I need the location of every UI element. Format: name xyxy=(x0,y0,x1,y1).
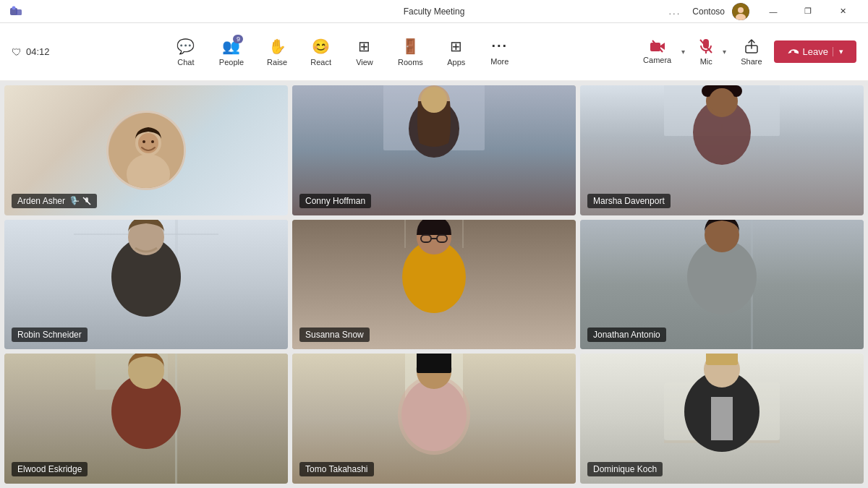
participant-name-text: Robin Schneider xyxy=(17,330,82,340)
view-button[interactable]: ⊞ View xyxy=(344,33,385,71)
meeting-timer: 04:12 xyxy=(26,46,50,57)
video-tile-robin-schneider[interactable]: Robin Schneider xyxy=(4,220,288,350)
more-button[interactable]: ··· More xyxy=(480,33,520,70)
meeting-title: Faculty Meeting xyxy=(404,7,465,17)
shield-icon: 🛡 xyxy=(12,46,22,58)
video-tile-tomo-takahashi[interactable]: Tomo Takahashi xyxy=(292,354,576,484)
participant-silhouette xyxy=(74,354,218,484)
svg-point-25 xyxy=(421,87,447,113)
rooms-button[interactable]: 🚪 Rooms xyxy=(388,33,433,71)
participant-name-text: Susanna Snow xyxy=(305,330,364,340)
participant-name-text: Arden Asher xyxy=(17,196,65,206)
leave-label: Leave xyxy=(803,46,828,57)
svg-point-33 xyxy=(709,88,735,114)
maximize-btn[interactable]: ❐ xyxy=(791,0,825,23)
apps-label: Apps xyxy=(447,58,465,67)
svg-point-2 xyxy=(12,6,16,9)
participant-name-label: Elwood Eskridge xyxy=(12,462,88,476)
toolbar-right: Camera ▾ Mic ▾ Share xyxy=(636,34,856,70)
participant-silhouette xyxy=(650,354,794,484)
participant-name-label: Susanna Snow xyxy=(299,328,370,342)
mic-muted-icon xyxy=(82,197,91,205)
rooms-label: Rooms xyxy=(398,58,423,67)
user-avatar[interactable] xyxy=(732,3,749,20)
toolbar-center: 💬 Chat 👥 9 People ✋ Raise 😊 React ⊞ View xyxy=(166,33,520,71)
participant-name-text: Conny Hoffman xyxy=(305,196,365,206)
mic-chevron-button[interactable]: ▾ xyxy=(720,43,729,60)
video-tile-arden-asher[interactable]: Arden Asher 🎙️̶ xyxy=(4,85,288,215)
mic-button[interactable]: Mic xyxy=(692,34,720,70)
participant-name-label: Tomo Takahashi xyxy=(299,462,374,476)
participant-name-text: Jonathan Antonio xyxy=(593,330,660,340)
participant-name-text: Tomo Takahashi xyxy=(305,464,368,474)
svg-rect-66 xyxy=(706,354,738,365)
svg-point-17 xyxy=(151,140,154,143)
people-label: People xyxy=(219,58,244,67)
video-tile-conny-hoffman[interactable]: Conny Hoffman xyxy=(292,85,576,215)
window-controls: — ❐ ✕ xyxy=(757,0,859,23)
people-count-badge: 9 xyxy=(233,35,243,43)
avatar-face xyxy=(109,113,186,190)
view-label: View xyxy=(356,58,373,67)
video-tile-jonathan-antonio[interactable]: Jonathan Antonio xyxy=(580,220,864,350)
video-tile-elwood-eskridge[interactable]: Elwood Eskridge xyxy=(4,354,288,484)
video-tile-dominique-koch[interactable]: Dominique Koch xyxy=(580,354,864,484)
camera-chevron-button[interactable]: ▾ xyxy=(678,43,688,60)
participant-silhouette xyxy=(74,220,218,350)
phone-icon xyxy=(787,48,799,56)
share-button[interactable]: Share xyxy=(733,34,769,70)
participant-silhouette xyxy=(362,220,506,350)
share-label: Share xyxy=(741,57,762,66)
svg-rect-1 xyxy=(16,9,22,15)
muted-icon: 🎙️̶ xyxy=(69,196,79,205)
svg-point-4 xyxy=(738,7,744,13)
react-icon: 😊 xyxy=(312,38,330,55)
participant-name-text: Marsha Davenport xyxy=(593,196,665,206)
username-label: Contoso xyxy=(692,7,725,17)
more-options-btn[interactable]: ... xyxy=(664,6,685,17)
mic-button-group: Mic ▾ xyxy=(692,34,729,70)
participant-name-label: Arden Asher 🎙️̶ xyxy=(12,194,97,208)
toolbar: 🛡 04:12 💬 Chat 👥 9 People ✋ Raise 😊 Reac… xyxy=(0,23,868,81)
title-bar: Faculty Meeting ... Contoso — ❐ ✕ xyxy=(0,0,868,23)
more-label: More xyxy=(490,57,509,66)
svg-rect-59 xyxy=(417,354,451,373)
participant-silhouette xyxy=(650,85,794,215)
participant-name-label: Conny Hoffman xyxy=(299,194,371,208)
participant-avatar xyxy=(106,111,186,190)
participant-name-text: Elwood Eskridge xyxy=(17,464,82,474)
avatar-image xyxy=(732,3,749,20)
raise-label: Raise xyxy=(267,58,287,67)
timer-section: 🛡 04:12 xyxy=(12,46,50,58)
minimize-btn[interactable]: — xyxy=(757,0,790,23)
chat-button[interactable]: 💬 Chat xyxy=(166,33,206,71)
participant-silhouette xyxy=(362,85,506,215)
apps-button[interactable]: ⊞ Apps xyxy=(436,33,477,71)
participant-name-label: Marsha Davenport xyxy=(587,194,671,208)
participant-name-text: Dominique Koch xyxy=(593,464,657,474)
raise-icon: ✋ xyxy=(268,38,286,55)
participant-silhouette xyxy=(362,354,506,484)
title-bar-right: ... Contoso — ❐ ✕ xyxy=(664,0,859,23)
leave-button[interactable]: Leave ▾ xyxy=(774,40,856,63)
participant-name-label: Robin Schneider xyxy=(12,328,88,342)
mic-label: Mic xyxy=(700,57,712,66)
camera-button[interactable]: Camera xyxy=(636,35,678,69)
people-icon-wrap: 👥 9 xyxy=(222,38,240,55)
leave-chevron-icon[interactable]: ▾ xyxy=(833,47,843,56)
close-btn[interactable]: ✕ xyxy=(826,0,859,23)
react-label: React xyxy=(310,58,331,67)
raise-button[interactable]: ✋ Raise xyxy=(257,33,297,71)
view-icon: ⊞ xyxy=(358,38,370,55)
chat-label: Chat xyxy=(177,58,194,67)
camera-button-group: Camera ▾ xyxy=(636,35,688,69)
people-button[interactable]: 👥 9 People xyxy=(209,33,254,71)
react-button[interactable]: 😊 React xyxy=(300,33,341,71)
apps-icon: ⊞ xyxy=(450,38,462,55)
video-tile-susanna-snow[interactable]: Susanna Snow xyxy=(292,220,576,350)
svg-point-16 xyxy=(142,140,145,143)
mic-icon xyxy=(699,38,712,54)
video-tile-marsha-davenport[interactable]: Marsha Davenport xyxy=(580,85,864,215)
title-bar-left xyxy=(9,4,23,19)
share-icon xyxy=(744,38,760,54)
